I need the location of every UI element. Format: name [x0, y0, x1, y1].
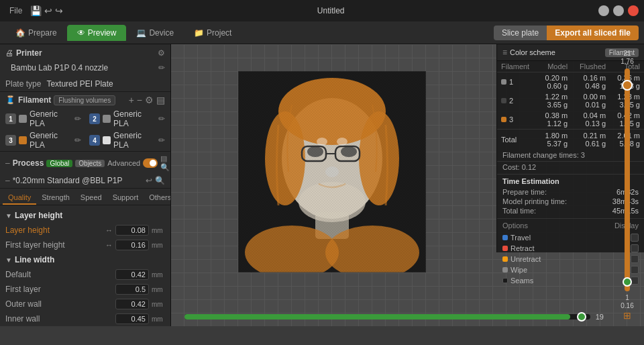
- first-layer-input[interactable]: 0.16: [115, 240, 149, 250]
- first-layer-icon: ↔: [105, 241, 113, 249]
- fil-cs-1-model: 0.20 m 0.60 g: [537, 72, 572, 92]
- layer-height-input[interactable]: 0.08: [115, 225, 149, 236]
- total-label: Total: [497, 130, 537, 150]
- menu-file[interactable]: File: [5, 5, 26, 17]
- lw-firstlayer-input[interactable]: 0.5: [115, 284, 149, 295]
- retract-color: [502, 246, 508, 251]
- svg-point-20: [337, 138, 347, 146]
- profile-edit-icon[interactable]: ↩: [146, 176, 152, 185]
- advanced-label: Advanced: [107, 159, 140, 167]
- filament-edit-4[interactable]: ✏: [158, 136, 165, 145]
- layer-height-value: 0.08: [131, 226, 146, 234]
- layer-slider-thumb[interactable]: [577, 312, 586, 322]
- printer-edit-icon[interactable]: ✏: [158, 63, 165, 72]
- slice-button[interactable]: Slice plate: [494, 26, 547, 40]
- line-width-title: Line width: [15, 255, 54, 264]
- printer-section: 🖨 Printer ⚙ Bambu Lab P1P 0.4 nozzle ✏ P…: [0, 44, 170, 92]
- filament-edit-2[interactable]: ✏: [158, 114, 165, 124]
- filament-num-3: 3: [5, 135, 16, 146]
- tab-project[interactable]: 📁 Project: [184, 25, 241, 41]
- printer-name-row: Bambu Lab P1P 0.4 nozzle ✏: [0, 62, 170, 77]
- minimize-button[interactable]: [598, 5, 609, 16]
- fil-cs-1-cell: 1: [497, 72, 537, 92]
- lw-innerwall-row: Inner wall 0.45 mm: [0, 311, 170, 326]
- toolbar-save[interactable]: 💾: [30, 5, 42, 16]
- layer-height-title: Layer height: [15, 211, 62, 220]
- layer-height-group-header[interactable]: ▼ Layer height: [0, 208, 170, 223]
- first-layer-unit: mm: [152, 242, 165, 249]
- process-extra-icons[interactable]: ▤ 🔍: [160, 154, 171, 172]
- window-title: Untitled: [67, 6, 594, 15]
- filament-add-icon[interactable]: +: [129, 95, 134, 105]
- lw-firstlayer-unit: mm: [152, 286, 165, 293]
- model-time-label: Model printing time:: [502, 197, 567, 205]
- line-width-group-header[interactable]: ▼ Line width: [0, 252, 170, 267]
- printer-header[interactable]: 🖨 Printer ⚙: [0, 44, 170, 62]
- lw-default-value: 0.42: [131, 270, 146, 279]
- lw-outerwall-value: 0.42: [131, 300, 146, 308]
- plate-type-value: Textured PEI Plate: [46, 79, 113, 89]
- layers-icon[interactable]: ⊞: [623, 310, 631, 321]
- fil-cs-2-cell: 2: [497, 91, 537, 110]
- layer-height-icon: ↔: [105, 226, 113, 234]
- profile-save-icon[interactable]: 🔍: [155, 176, 165, 185]
- unretract-color: [502, 256, 508, 262]
- fil-cs-3-flushed: 0.04 m 0.13 g: [572, 110, 610, 130]
- profile-icon: –: [5, 176, 10, 185]
- process-advanced: Advanced ▤ 🔍: [107, 154, 171, 172]
- filament-name-3: Generic PLA: [30, 131, 72, 150]
- export-button[interactable]: Export all sliced file: [547, 26, 639, 40]
- lw-outerwall-row: Outer wall 0.42 mm: [0, 297, 170, 311]
- profile-actions: ↩ 🔍: [146, 176, 165, 185]
- device-icon: 💻: [136, 28, 146, 38]
- filament-color-2: [103, 115, 111, 123]
- toolbar-undo[interactable]: ↩: [44, 5, 52, 16]
- fil-cs-num-1: 1: [509, 78, 513, 86]
- layer-height-unit: mm: [152, 227, 165, 234]
- fil-cs-2-flushed: 0.00 m 0.01 g: [572, 91, 610, 110]
- col-flushed: Flushed: [572, 61, 610, 72]
- toolbar-redo[interactable]: ↪: [55, 5, 63, 16]
- vert-slider-track[interactable]: [625, 68, 630, 291]
- qtab-support[interactable]: Support: [107, 191, 144, 205]
- flushing-button[interactable]: Flushing volumes: [54, 95, 115, 105]
- lw-innerwall-input[interactable]: 0.45: [115, 313, 149, 324]
- tab-device[interactable]: 💻 Device: [126, 25, 184, 41]
- filament-remove-icon[interactable]: −: [137, 95, 142, 105]
- lw-outerwall-input[interactable]: 0.42: [115, 299, 149, 309]
- process-badge-global[interactable]: Global: [46, 160, 72, 167]
- lw-innerwall-label: Inner wall: [5, 314, 113, 324]
- col-model: Model: [537, 61, 572, 72]
- process-badge-objects[interactable]: Objects: [75, 160, 105, 167]
- first-layer-height-row: First layer height ↔ 0.16 mm: [0, 238, 170, 252]
- filament-title: Filament: [18, 95, 51, 105]
- maximize-button[interactable]: [613, 5, 624, 16]
- filament-config-icon[interactable]: ▤: [156, 95, 165, 105]
- qtab-strength[interactable]: Strength: [36, 191, 75, 205]
- qtab-speed[interactable]: Speed: [75, 191, 107, 205]
- vert-slider-top-thumb[interactable]: [622, 80, 633, 91]
- vert-slider-bottom-thumb[interactable]: [623, 277, 632, 287]
- qtab-others[interactable]: Others: [144, 191, 171, 205]
- qtab-quality[interactable]: Quality: [3, 191, 36, 205]
- filament-color-3: [19, 136, 27, 144]
- color-scheme-title: Color scheme: [510, 48, 555, 56]
- wipe-color: [502, 267, 508, 273]
- main-layout: 🖨 Printer ⚙ Bambu Lab P1P 0.4 nozzle ✏ P…: [0, 44, 644, 326]
- bottom-slider-area: 19: [184, 313, 604, 321]
- printer-config-icon[interactable]: ⚙: [158, 48, 165, 58]
- lw-default-input[interactable]: 0.42: [115, 269, 149, 280]
- fil-cs-1-flushed: 0.16 m 0.48 g: [572, 72, 610, 92]
- filament-edit-3[interactable]: ✏: [74, 136, 81, 145]
- tab-project-label: Project: [207, 28, 231, 38]
- tab-prepare[interactable]: 🏠 Prepare: [5, 25, 67, 41]
- vert-top-value: 211.76: [621, 50, 633, 66]
- slider-value: 19: [596, 313, 604, 321]
- tab-preview[interactable]: 👁 Preview: [67, 25, 127, 41]
- filament-edit-1[interactable]: ✏: [74, 114, 81, 124]
- layer-slider-track[interactable]: [184, 314, 590, 319]
- close-button[interactable]: [628, 5, 639, 16]
- advanced-toggle[interactable]: [143, 158, 158, 168]
- filament-settings-icon[interactable]: ⚙: [145, 95, 154, 105]
- fil-cs-2-model: 1.22 m 3.65 g: [537, 91, 572, 110]
